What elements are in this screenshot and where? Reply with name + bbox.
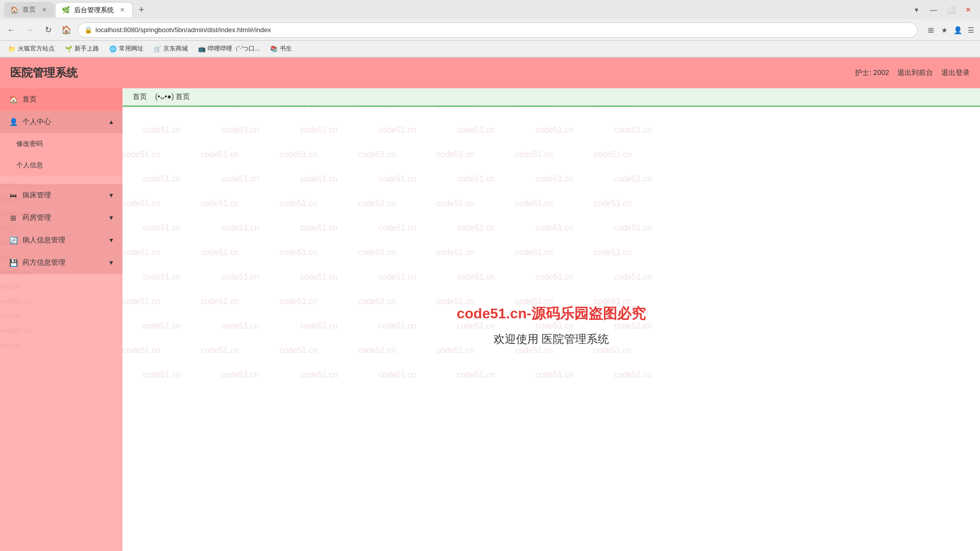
bookmark-newbie[interactable]: 🌱 新手上路: [61, 43, 103, 54]
bookmark-bilibili-icon: 📺: [198, 45, 206, 53]
bookmarks-bar: 📁 火狐官方站点 🌱 新手上路 🌐 常用网址 🛒 京东商城 📺 哔哩哔哩（'·'…: [0, 41, 980, 57]
sidebar-bed-label: 病床管理: [22, 191, 51, 200]
watermark-text: code51.cn-源码乐园盗图必究: [457, 304, 646, 323]
tabs-dropdown-button[interactable]: ▾: [909, 2, 924, 17]
breadcrumb-home[interactable]: 首页: [133, 92, 147, 102]
breadcrumb-bar: 首页 (•ᴗ•●) 首页: [122, 88, 980, 107]
bookmark-star-icon[interactable]: ★: [939, 25, 949, 35]
sidebar-sub-account: 修改密码 个人信息: [0, 133, 122, 176]
user-label: 护士: 2002: [855, 68, 889, 78]
bookmark-firefox-label: 火狐官方站点: [18, 44, 55, 53]
tab-home-close[interactable]: ✕: [40, 6, 48, 14]
sidebar-account-label: 个人中心: [22, 117, 51, 127]
sidebar: code51.cn code51.cn code51.cn code51.cn …: [0, 88, 122, 551]
bookmark-firefox[interactable]: 📁 火狐官方站点: [4, 43, 59, 54]
tab-bar: 🏠 首页 ✕ 🌿 后台管理系统 ✕ + ▾ — ⬜ ✕: [0, 0, 980, 19]
profile-icon[interactable]: 👤: [952, 25, 963, 35]
extensions-icon[interactable]: ⊞: [926, 25, 936, 35]
change-password-label: 修改密码: [16, 139, 43, 148]
sidebar-item-patient[interactable]: 🔄 病人信息管理 ▼: [0, 229, 122, 252]
sidebar-item-bed[interactable]: 🛏 病床管理 ▼: [0, 184, 122, 207]
app-body: code51.cn code51.cn code51.cn code51.cn …: [0, 88, 980, 551]
back-button[interactable]: ←: [4, 23, 18, 37]
maximize-button[interactable]: ⬜: [943, 2, 959, 17]
tab-admin-label: 后台管理系统: [74, 6, 114, 15]
bed-icon: 🛏: [8, 190, 18, 201]
bookmark-bilibili-label: 哔哩哔哩（'·'つ口...: [208, 44, 260, 53]
bookmark-newbie-icon: 🌱: [65, 45, 72, 53]
tab-admin-close[interactable]: ✕: [118, 6, 126, 14]
personal-info-label: 个人信息: [16, 161, 43, 170]
pharmacy-icon: ⊞: [8, 213, 18, 223]
home-nav-button[interactable]: 🏠: [59, 23, 74, 37]
sidebar-patient-label: 病人信息管理: [22, 236, 65, 245]
close-button[interactable]: ✕: [961, 2, 976, 17]
logout-button[interactable]: 退出登录: [941, 68, 970, 78]
account-expand-icon: ▲: [108, 118, 114, 126]
refresh-button[interactable]: ↻: [41, 23, 55, 37]
prescription-icon: 💾: [8, 258, 18, 268]
new-tab-button[interactable]: +: [134, 2, 149, 17]
tab-home[interactable]: 🏠 首页 ✕: [4, 2, 54, 17]
bookmark-books[interactable]: 📚 书生: [266, 43, 296, 54]
minimize-button[interactable]: —: [926, 2, 941, 17]
sidebar-item-personal-info[interactable]: 个人信息: [0, 155, 122, 176]
address-icons: ⊞ ★ 👤 ☰: [926, 25, 976, 35]
pharmacy-expand-icon: ▼: [108, 214, 114, 221]
sidebar-item-home[interactable]: 🏠 首页: [0, 88, 122, 111]
browser-chrome: 🏠 首页 ✕ 🌿 后台管理系统 ✕ + ▾ — ⬜ ✕ ← → ↻ 🏠 🔒 lo…: [0, 0, 980, 58]
bookmark-common-label: 常用网址: [119, 44, 143, 53]
address-text: localhost:8080/springbootv5bn/admin/dist…: [95, 26, 271, 34]
sidebar-pharmacy-label: 药房管理: [22, 213, 51, 222]
tab-home-label: 首页: [22, 5, 36, 14]
patient-icon: 🔄: [8, 235, 18, 245]
welcome-text: 欢迎使用 医院管理系统: [494, 332, 609, 347]
tab-home-icon: 🏠: [10, 6, 18, 14]
main-content: code51.cncode51.cncode51.cncode51.cncode…: [122, 88, 980, 551]
address-bar[interactable]: 🔒 localhost:8080/springbootv5bn/admin/di…: [78, 22, 918, 38]
bookmark-common[interactable]: 🌐 常用网址: [105, 43, 148, 54]
app-title: 医院管理系统: [10, 65, 78, 81]
sidebar-item-pharmacy[interactable]: ⊞ 药房管理 ▼: [0, 207, 122, 229]
window-controls: ▾ — ⬜ ✕: [909, 2, 976, 17]
header-right: 护士: 2002 退出到前台 退出登录: [855, 68, 970, 78]
bookmark-firefox-icon: 📁: [8, 45, 16, 53]
app-header: 医院管理系统 护士: 2002 退出到前台 退出登录: [0, 58, 980, 88]
patient-expand-icon: ▼: [108, 237, 114, 244]
content-area: code51.cn-源码乐园盗图必究 欢迎使用 医院管理系统: [122, 107, 980, 544]
tab-admin[interactable]: 🌿 后台管理系统 ✕: [55, 2, 133, 17]
bookmark-bilibili[interactable]: 📺 哔哩哔哩（'·'つ口...: [194, 43, 264, 54]
bookmark-jd[interactable]: 🛒 京东商城: [150, 43, 192, 54]
bookmark-books-label: 书生: [280, 44, 292, 53]
bookmark-common-icon: 🌐: [109, 45, 117, 53]
front-button[interactable]: 退出到前台: [897, 68, 933, 78]
sidebar-item-account[interactable]: 👤 个人中心 ▲: [0, 111, 122, 133]
bookmark-jd-icon: 🛒: [154, 45, 161, 53]
forward-button[interactable]: →: [22, 23, 37, 37]
breadcrumb-current: (•ᴗ•●) 首页: [155, 92, 190, 102]
home-icon: 🏠: [8, 94, 18, 105]
prescription-expand-icon: ▼: [108, 259, 114, 266]
bookmark-books-icon: 📚: [270, 45, 278, 53]
sidebar-home-label: 首页: [22, 95, 37, 104]
app-container: 医院管理系统 护士: 2002 退出到前台 退出登录 code51.cn cod…: [0, 58, 980, 551]
sidebar-prescription-label: 药方信息管理: [22, 258, 65, 267]
security-icon: 🔒: [84, 26, 92, 34]
sidebar-item-change-password[interactable]: 修改密码: [0, 133, 122, 155]
bookmark-jd-label: 京东商城: [163, 44, 188, 53]
bed-expand-icon: ▼: [108, 192, 114, 199]
tab-admin-icon: 🌿: [62, 6, 70, 14]
address-bar-row: ← → ↻ 🏠 🔒 localhost:8080/springbootv5bn/…: [0, 19, 980, 41]
bookmark-newbie-label: 新手上路: [75, 44, 99, 53]
sidebar-item-prescription[interactable]: 💾 药方信息管理 ▼: [0, 252, 122, 274]
person-icon: 👤: [8, 117, 18, 127]
menu-icon[interactable]: ☰: [966, 25, 976, 35]
